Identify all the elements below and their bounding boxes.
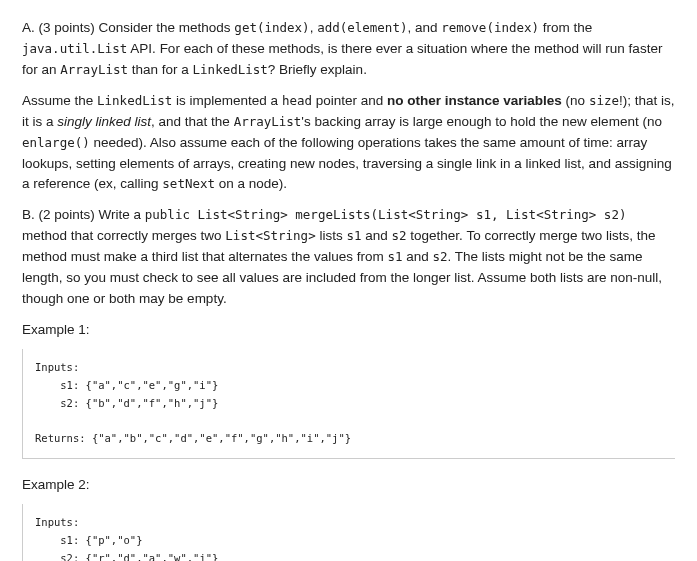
example-2-label: Example 2:	[22, 475, 675, 496]
arraylist: ArrayList	[234, 114, 302, 129]
text: and	[402, 249, 432, 264]
method-signature: public List<String> mergeLists(List<Stri…	[145, 207, 627, 222]
arraylist: ArrayList	[60, 62, 128, 77]
text: needed). Also assume each of the followi…	[22, 135, 672, 192]
text: B. (2 points) Write a	[22, 207, 145, 222]
text: 's backing array is large enough to hold…	[301, 114, 662, 129]
var-s1: s1	[346, 228, 361, 243]
example-2-code: Inputs: s1: {"p","o"} s2: {"r","d","a","…	[22, 504, 675, 561]
var-s2: s2	[392, 228, 407, 243]
text: (no	[562, 93, 589, 108]
method-remove: remove(index)	[441, 20, 539, 35]
text: method that correctly merges two	[22, 228, 225, 243]
sep: than for a	[128, 62, 193, 77]
text: on a node).	[215, 176, 287, 191]
size-var: size	[589, 93, 619, 108]
text: lists	[316, 228, 347, 243]
text: Assume the	[22, 93, 97, 108]
method-get: get(index)	[234, 20, 309, 35]
text: pointer and	[312, 93, 387, 108]
part-a-paragraph: A. (3 points) Consider the methods get(i…	[22, 18, 675, 81]
linkedlist: LinkedList	[193, 62, 268, 77]
var-s2: s2	[433, 249, 448, 264]
sep: ,	[310, 20, 318, 35]
text: is implemented a	[172, 93, 282, 108]
example-1-label: Example 1:	[22, 320, 675, 341]
part-b-paragraph: B. (2 points) Write a public List<String…	[22, 205, 675, 310]
bold-text: no other instance variables	[387, 93, 562, 108]
linkedlist: LinkedList	[97, 93, 172, 108]
text: , and that the	[151, 114, 234, 129]
head-ptr: head	[282, 93, 312, 108]
method-add: add(element)	[317, 20, 407, 35]
sep: , and	[407, 20, 441, 35]
list-string: List<String>	[225, 228, 315, 243]
enlarge-call: enlarge()	[22, 135, 90, 150]
text: from the	[539, 20, 592, 35]
setnext-call: setNext	[162, 176, 215, 191]
text: and	[361, 228, 391, 243]
part-a-prefix: A. (3 points) Consider the methods	[22, 20, 234, 35]
example-1-code: Inputs: s1: {"a","c","e","g","i"} s2: {"…	[22, 349, 675, 459]
italic-text: singly linked list	[57, 114, 151, 129]
api-name: java.util.List	[22, 41, 127, 56]
var-s1: s1	[387, 249, 402, 264]
assume-paragraph: Assume the LinkedList is implemented a h…	[22, 91, 675, 196]
text: ? Briefly explain.	[268, 62, 367, 77]
